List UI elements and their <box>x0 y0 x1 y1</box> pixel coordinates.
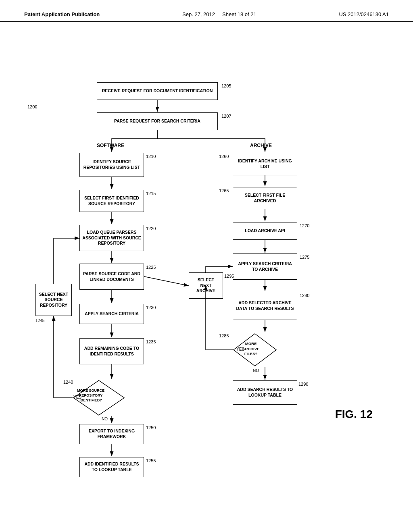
ref-1250: 1250 <box>146 425 156 430</box>
box-1260: IDENTIFY ARCHIVE USING LIST <box>233 153 297 175</box>
box-1205: RECEIVE REQUEST FOR DOCUMENT IDENTIFICAT… <box>97 82 218 100</box>
ref-1275: 1275 <box>300 255 309 260</box>
no-1285: NO <box>253 368 259 373</box>
ref-1285: 1285 <box>219 333 229 338</box>
ref-1265: 1265 <box>219 188 229 193</box>
ref-1270: 1270 <box>300 223 309 228</box>
header-sheet: Sheet 18 of 21 <box>222 11 257 17</box>
box-1230: APPLY SEARCH CRITERIA <box>79 304 144 324</box>
box-1280: ADD SELECTED ARCHIVE DATA TO SEARCH RESU… <box>233 292 297 320</box>
diamond-1285: MORE ARCHIVE FILES? <box>233 333 269 365</box>
ref-1260: 1260 <box>219 154 229 159</box>
software-label: SOFTWARE <box>97 143 124 148</box>
header-left: Patent Application Publication <box>24 11 100 17</box>
page-header: Patent Application Publication Sep. 27, … <box>0 0 413 22</box>
ref-1230: 1230 <box>146 305 156 310</box>
archive-label: ARCHIVE <box>250 143 272 148</box>
ref-1240: 1240 <box>63 380 73 384</box>
box-1210: IDENTIFY SOURCE REPOSITORIES USING LIST <box>79 153 144 177</box>
box-1207: PARSE REQUEST FOR SEARCH CRITERIA <box>97 112 218 130</box>
box-1220: LOAD QUEUE PARSERS ASSOCIATED WITH SOURC… <box>79 225 144 251</box>
box-1245: SELECT NEXT SOURCE REPOSITORY <box>35 284 72 316</box>
diagram-ref-1200: 1200 <box>27 104 37 109</box>
ref-1215: 1215 <box>146 191 156 196</box>
fig-label: FIG. 12 <box>335 408 373 421</box>
header-date: Sep. 27, 2012 <box>182 11 215 17</box>
box-1265: SELECT FIRST FILE ARCHIVED <box>233 187 297 209</box>
ref-1210: 1210 <box>146 154 156 159</box>
ref-1245: 1245 <box>35 318 44 323</box>
header-right: US 2012/0246130 A1 <box>339 11 389 17</box>
ref-1205: 1205 <box>221 83 231 88</box>
box-1225: PARSE SOURCE CODE AND LINKED DOCUMENTS <box>79 264 144 290</box>
ref-1280: 1280 <box>300 293 309 298</box>
ref-1235: 1235 <box>146 339 156 344</box>
box-1275: APPLY SEARCH CRITERIA TO ARCHIVE <box>233 254 297 280</box>
box-1255: ADD IDENTIFIED RESULTS TO LOOKUP TABLE <box>79 457 144 477</box>
header-center: Sep. 27, 2012 Sheet 18 of 21 <box>182 11 257 17</box>
box-1270: LOAD ARCHIVE API <box>233 222 297 240</box>
ref-1290: 1290 <box>298 382 308 387</box>
box-1250: EXPORT TO INDEXING FRAMEWORK <box>79 424 144 444</box>
no-1240: NO <box>102 417 108 421</box>
box-1235: ADD REMAINING CODE TO IDENTIFIED RESULTS <box>79 338 144 364</box>
box-1290: ADD SEARCH RESULTS TO LOOKUP TABLE <box>233 380 297 405</box>
box-1215: SELECT FIRST IDENTIFIED SOURCE REPOSITOR… <box>79 190 144 212</box>
ref-1255: 1255 <box>146 458 156 463</box>
ref-1220: 1220 <box>146 226 156 231</box>
ref-1225: 1225 <box>146 265 156 270</box>
page: Patent Application Publication Sep. 27, … <box>0 0 413 532</box>
diamond-1240: MORE SOURCE REPOSITORY IDENTIFIED? <box>73 380 109 412</box>
box-1295: SELECT NEXT ARCHIVE <box>189 272 223 299</box>
ref-1295: 1295 <box>224 274 234 278</box>
flowchart: 1200 FIG. 12 RECEIVE REQUEST FOR DOCUMEN… <box>0 26 413 509</box>
ref-1207: 1207 <box>221 114 231 118</box>
